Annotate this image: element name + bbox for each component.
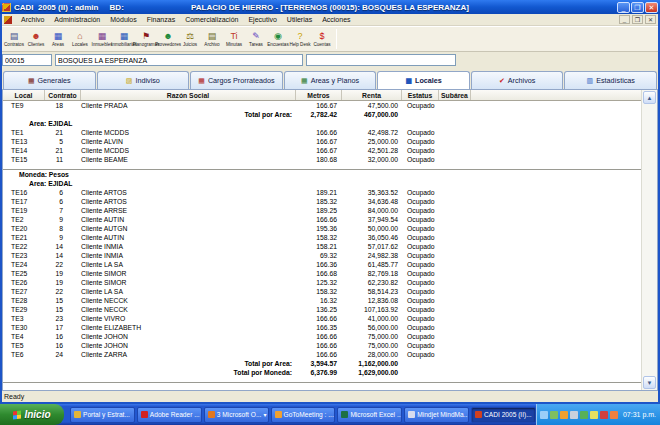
clock[interactable]: 07:31 p.m. <box>623 411 656 418</box>
table-row[interactable]: TE29Cliente AUTIN166.6637,949.54Ocupado <box>3 215 641 224</box>
terreno-extra-field[interactable] <box>306 54 456 66</box>
menu-item-finanzas[interactable]: Finanzas <box>142 16 180 23</box>
table-row[interactable]: TE2722Cliente LA SA158.3258,514.23Ocupad… <box>3 287 641 296</box>
menu-item-módulos[interactable]: Módulos <box>105 16 141 23</box>
taskbar-task-microsoft-excel-[interactable]: Microsoft Excel ... <box>337 407 402 423</box>
hide-icons-chevron[interactable] <box>540 411 548 419</box>
user-online-icon[interactable] <box>580 411 588 419</box>
table-row[interactable]: TE323Cliente VIVRO166.6641,000.00Ocupado <box>3 314 641 323</box>
menu-item-ejecutivo[interactable]: Ejecutivo <box>243 16 281 23</box>
table-row[interactable]: TE208Cliente AUTGN195.3650,000.00Ocupado <box>3 224 641 233</box>
menu-item-acciones[interactable]: Acciones <box>317 16 355 23</box>
start-button[interactable]: Inicio <box>0 404 64 425</box>
toolbar-button-encuestas[interactable]: ◉Encuestas <box>267 27 289 51</box>
toolbar-button-tareas[interactable]: ✎Tareas <box>245 27 267 51</box>
table-row[interactable]: TE2915Cliente NECCK136.25107,163.92Ocupa… <box>3 305 641 314</box>
messenger-icon[interactable] <box>550 411 558 419</box>
terreno-code-field[interactable] <box>2 54 52 66</box>
task-app-icon <box>275 411 282 418</box>
table-row[interactable]: TE197Cliente ARRSE189.2584,000.00Ocupado <box>3 206 641 215</box>
close-button[interactable]: ✕ <box>645 2 658 13</box>
taskbar-task-cadi-2005-ii-[interactable]: CADI 2005 (II)... <box>471 407 536 423</box>
scroll-down-arrow-icon[interactable]: ▼ <box>643 376 656 389</box>
toolbar-button-inmuebles[interactable]: ▦Inmuebles <box>91 27 113 51</box>
cell-renta: 75,000.00 <box>342 332 402 341</box>
table-row[interactable]: TE2314Cliente INMIA69.3224,982.38Ocupado <box>3 251 641 260</box>
table-row[interactable]: TE1511Cliente BEAME180.6832,000.00Ocupad… <box>3 155 641 164</box>
terreno-name-field[interactable] <box>55 54 303 66</box>
tab-estadísticas[interactable]: ▥Estadísticas <box>564 71 657 89</box>
taskbar-task-adobe-reader-[interactable]: Adobe Reader ... <box>137 407 202 423</box>
cell-metros: 166.68 <box>296 269 342 278</box>
toolbar-button-proveedores[interactable]: ☻Proveedores <box>157 27 179 51</box>
toolbar-button-planogramas[interactable]: ⚑Planogramas <box>135 27 157 51</box>
tab-archivos[interactable]: ✔Archivos <box>471 71 564 89</box>
menu-item-comercialización[interactable]: Comercialización <box>180 16 243 23</box>
table-row[interactable]: TE2519Cliente SIMOR166.6882,769.18Ocupad… <box>3 269 641 278</box>
toolbar-button-locales[interactable]: ⌂Locales <box>69 27 91 51</box>
area-group-row[interactable]: Area: EJIDAL <box>3 119 641 128</box>
table-row[interactable]: TE2422Cliente LA SA166.3661,485.77Ocupad… <box>3 260 641 269</box>
toolbar-button-inmobiliarias[interactable]: ▦Inmobiliarias <box>113 27 135 51</box>
toolbar-button-contratos[interactable]: ▤Contratos <box>3 27 25 51</box>
restore-button[interactable]: ❐ <box>631 2 644 13</box>
toolbar-button-cuentas[interactable]: $Cuentas <box>311 27 333 51</box>
toolbar-button-areas[interactable]: ▦Areas <box>47 27 69 51</box>
table-row[interactable]: TE176Cliente ARTOS185.3234,636.48Ocupado <box>3 197 641 206</box>
minimize-button[interactable]: _ <box>617 2 630 13</box>
column-header-renta[interactable]: Renta <box>342 90 402 100</box>
currency-group-row[interactable]: Moneda: Pesos <box>3 170 641 179</box>
taskbar-task-3-microsoft-o-[interactable]: 3 Microsoft O...▾ <box>204 407 269 423</box>
table-row[interactable]: TE135Cliente ALVIN166.6725,000.00Ocupado <box>3 137 641 146</box>
tab-generales[interactable]: ▦Generales <box>3 71 96 89</box>
table-row[interactable]: TE624Cliente ZARRA166.6628,000.00Ocupado <box>3 350 641 359</box>
column-header-local[interactable]: Local <box>3 90 45 100</box>
table-row[interactable]: TE2214Cliente INMIA158.2157,017.62Ocupad… <box>3 242 641 251</box>
mdi-restore-button[interactable]: ❐ <box>632 15 643 24</box>
table-row[interactable]: TE516Cliente JOHON166.6675,000.00Ocupado <box>3 341 641 350</box>
tab-indiviso[interactable]: ▨Indiviso <box>97 71 190 89</box>
toolbar-button-help-desk[interactable]: ?Help Desk <box>289 27 311 51</box>
toolbar-button-clientes[interactable]: ☻Clientes <box>25 27 47 51</box>
taskbar-task-portal-y-estrat-[interactable]: Portal y Estrat... <box>70 407 135 423</box>
display-icon[interactable] <box>570 411 578 419</box>
cell-subarea <box>439 128 471 137</box>
area-group-row[interactable]: Area: EJIDAL <box>3 179 641 188</box>
table-row[interactable]: TE166Cliente ARTOS189.2135,363.52Ocupado <box>3 188 641 197</box>
column-header-subrea[interactable]: Subárea <box>439 90 471 100</box>
table-row[interactable]: TE1421Cliente MCDDS166.6742,501.28Ocupad… <box>3 146 641 155</box>
mdi-close-button[interactable]: ✕ <box>645 15 656 24</box>
tab-locales[interactable]: ▦Locales <box>377 71 470 89</box>
table-row[interactable]: TE416Cliente JOHON166.6675,000.00Ocupado <box>3 332 641 341</box>
taskbar-task-gotomeeting-[interactable]: GoToMeeting : ... <box>271 407 336 423</box>
antivirus-icon[interactable] <box>610 411 618 419</box>
column-header-estatus[interactable]: Estatus <box>402 90 439 100</box>
volume-icon[interactable] <box>590 411 598 419</box>
scroll-up-arrow-icon[interactable]: ▲ <box>643 91 656 104</box>
table-row[interactable]: TE121Cliente MCDDS166.6642,498.72Ocupado <box>3 128 641 137</box>
toolbar-button-minutas[interactable]: TiMinutas <box>223 27 245 51</box>
column-header-raznsocial[interactable]: Razón Social <box>81 90 296 100</box>
taskbar-task-mindjet-mindma-[interactable]: Mindjet MindMa... <box>404 407 469 423</box>
update-icon[interactable] <box>560 411 568 419</box>
table-row[interactable]: TE2619Cliente SIMOR125.3262,230.82Ocupad… <box>3 278 641 287</box>
toolbar-button-juicios[interactable]: ⚖Juicios <box>179 27 201 51</box>
table-row[interactable]: TE3017Cliente ELIZABETH166.3556,000.00Oc… <box>3 323 641 332</box>
tab-areas-y-planos[interactable]: ▦Areas y Planos <box>284 71 377 89</box>
title-bar[interactable]: CADI 2005 (II) : admin BD: PALACIO DE HI… <box>0 0 660 14</box>
toolbar-button-archivo[interactable]: ▤Archivo <box>201 27 223 51</box>
table-row[interactable]: TE918Cliente PRADA166.6747,500.00Ocupado <box>3 101 641 110</box>
security-alert-icon[interactable] <box>600 411 608 419</box>
mdi-child-icon[interactable] <box>4 16 12 24</box>
column-header-metros[interactable]: Metros <box>296 90 342 100</box>
menu-item-utilerias[interactable]: Utilerias <box>282 16 317 23</box>
tab-cargos-prorrateados[interactable]: ▦Cargos Prorrateados <box>190 71 283 89</box>
table-row[interactable]: TE2815Cliente NECCK16.3212,836.08Ocupado <box>3 296 641 305</box>
column-header-contrato[interactable]: Contrato <box>45 90 81 100</box>
cell-subarea <box>439 188 471 197</box>
menu-item-archivo[interactable]: Archivo <box>16 16 49 23</box>
vertical-scrollbar[interactable]: ▲ ▼ <box>641 90 657 390</box>
menu-item-administración[interactable]: Administración <box>49 16 105 23</box>
table-row[interactable]: TE219Cliente AUTIN158.3236,050.46Ocupado <box>3 233 641 242</box>
mdi-minimize-button[interactable]: _ <box>619 15 630 24</box>
